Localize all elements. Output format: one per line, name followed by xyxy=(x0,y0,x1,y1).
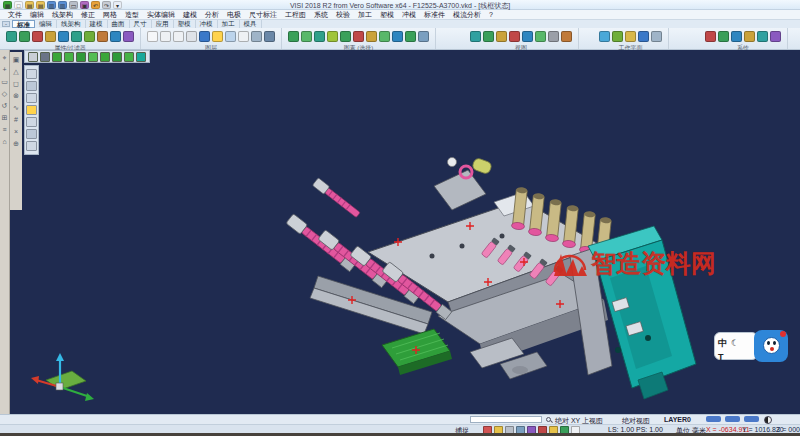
curve-tool-icon[interactable]: ∿ xyxy=(12,103,21,112)
view-previous-icon[interactable] xyxy=(548,31,559,42)
window-select-icon[interactable] xyxy=(28,52,38,62)
right-view-icon[interactable] xyxy=(88,52,98,62)
menu-item[interactable]: 工程图 xyxy=(281,10,310,20)
layer-list-icon[interactable] xyxy=(160,31,171,42)
select-face-icon[interactable] xyxy=(327,31,338,42)
toolbar-tab[interactable]: 应用 xyxy=(152,20,174,28)
shade-mode-icon[interactable] xyxy=(40,52,50,62)
add-tool-icon[interactable]: ⊕ xyxy=(12,139,21,148)
toolbar-tab[interactable]: 建模 xyxy=(86,20,108,28)
doc-surface-icon[interactable] xyxy=(26,81,37,91)
select-chain-icon[interactable] xyxy=(314,31,325,42)
layer-move-icon[interactable] xyxy=(225,31,236,42)
menu-item[interactable]: 标准件 xyxy=(420,10,449,20)
pointer-tool-icon[interactable]: ⌖ xyxy=(0,53,9,62)
select-layer-icon[interactable] xyxy=(379,31,390,42)
menu-item[interactable]: 塑模 xyxy=(376,10,398,20)
toolbar-tab[interactable]: 尺寸 xyxy=(130,20,152,28)
bottom-view-icon[interactable] xyxy=(124,52,134,62)
select-filter-icon[interactable] xyxy=(418,31,429,42)
grid-tool-icon[interactable]: ⊞ xyxy=(0,113,9,122)
menu-item[interactable]: 线架构 xyxy=(48,10,77,20)
menu-item[interactable]: ? xyxy=(485,11,497,18)
tabstrip-minimize-button[interactable]: - xyxy=(2,21,10,27)
view-redraw-icon[interactable] xyxy=(509,31,520,42)
box-tool-icon[interactable]: ◻ xyxy=(12,79,21,88)
attribute-color-icon[interactable] xyxy=(6,31,17,42)
menu-item[interactable]: 造型 xyxy=(121,10,143,20)
doc-solid-icon[interactable] xyxy=(26,93,37,103)
toolbar-tab[interactable]: 编辑 xyxy=(35,20,57,28)
doc-render-icon[interactable] xyxy=(26,141,37,151)
view-fill-icon[interactable] xyxy=(561,31,572,42)
hatch-tool-icon[interactable]: # xyxy=(12,115,21,124)
toolbar-tab[interactable]: 加工 xyxy=(218,20,240,28)
toolbar-tab[interactable]: 线架构 xyxy=(57,20,86,28)
doc-hidden-icon[interactable] xyxy=(26,117,37,127)
command-input[interactable] xyxy=(470,416,542,423)
triangle-tool-icon[interactable]: △ xyxy=(12,67,21,76)
system-database-icon[interactable] xyxy=(731,31,742,42)
view-shaded-icon[interactable] xyxy=(470,31,481,42)
workplane-list-icon[interactable] xyxy=(651,31,662,42)
menu-item[interactable]: 实体编辑 xyxy=(143,10,179,20)
filter-all-icon[interactable] xyxy=(123,31,134,42)
select-color-icon[interactable] xyxy=(366,31,377,42)
filter-surface-icon[interactable] xyxy=(84,31,95,42)
layer-freeze-icon[interactable] xyxy=(251,31,262,42)
workplane-new-icon[interactable] xyxy=(599,31,610,42)
layer-manager-icon[interactable] xyxy=(264,31,275,42)
filter-layer-icon[interactable] xyxy=(45,31,56,42)
ime-fullhalf-icon[interactable]: ☾ xyxy=(731,338,739,348)
rotate-tool-icon[interactable]: ↺ xyxy=(0,101,9,110)
doc-section-icon[interactable] xyxy=(26,129,37,139)
view-zoom-icon[interactable] xyxy=(496,31,507,42)
menu-item[interactable]: 电极 xyxy=(223,10,245,20)
menu-item[interactable]: 冲模 xyxy=(398,10,420,20)
workplane-face-icon[interactable] xyxy=(612,31,623,42)
menu-item[interactable]: 修正 xyxy=(77,10,99,20)
select-all-icon[interactable] xyxy=(288,31,299,42)
layer-new-icon[interactable] xyxy=(147,31,158,42)
system-settings-icon[interactable] xyxy=(705,31,716,42)
menu-item[interactable]: 文件 xyxy=(4,10,26,20)
ime-mode-indicator[interactable]: 中 xyxy=(718,338,727,348)
ime-toolbar[interactable]: 中☾ T xyxy=(714,330,788,364)
select-box-icon[interactable] xyxy=(301,31,312,42)
menu-item[interactable]: 校验 xyxy=(332,10,354,20)
rect-tool-icon[interactable]: ▭ xyxy=(0,77,9,86)
home-tool-icon[interactable]: ⌂ xyxy=(0,137,9,146)
deselect-icon[interactable] xyxy=(353,31,364,42)
system-macro-icon[interactable] xyxy=(770,31,781,42)
toolbar-tab[interactable]: 冲模 xyxy=(196,20,218,28)
menu-item[interactable]: 编辑 xyxy=(26,10,48,20)
list-tool-icon[interactable]: ≡ xyxy=(0,125,9,134)
menu-item[interactable]: 加工 xyxy=(354,10,376,20)
view-rotate-icon[interactable] xyxy=(535,31,546,42)
workplane-rotate-icon[interactable] xyxy=(625,31,636,42)
left-view-icon[interactable] xyxy=(112,52,122,62)
select-invert-icon[interactable] xyxy=(405,31,416,42)
menu-item[interactable]: 分析 xyxy=(201,10,223,20)
view-wireframe-icon[interactable] xyxy=(483,31,494,42)
select-type-icon[interactable] xyxy=(392,31,403,42)
toolbar-tab[interactable]: 标准 xyxy=(12,20,35,28)
layer-blue-icon[interactable] xyxy=(199,31,210,42)
view-pan-icon[interactable] xyxy=(522,31,533,42)
menu-item[interactable]: 系统 xyxy=(310,10,332,20)
doc-wireframe-icon[interactable] xyxy=(26,69,37,79)
menu-item[interactable]: 网格 xyxy=(99,10,121,20)
attribute-line-icon[interactable] xyxy=(19,31,30,42)
layer-current-icon[interactable] xyxy=(212,31,223,42)
front-view-icon[interactable] xyxy=(76,52,86,62)
layer-copy-icon[interactable] xyxy=(238,31,249,42)
toolbar-tab[interactable]: 模具 xyxy=(240,20,262,28)
layer-off-icon[interactable] xyxy=(173,31,184,42)
active-layer-label[interactable]: LAYER0 xyxy=(664,416,691,423)
workplane-reset-icon[interactable] xyxy=(638,31,649,42)
contrast-toggle-icon[interactable] xyxy=(764,416,772,424)
layer-isolate-icon[interactable] xyxy=(186,31,197,42)
diamond-tool-icon[interactable]: ◇ xyxy=(0,89,9,98)
trim-tool-icon[interactable]: + xyxy=(0,65,9,74)
menu-item[interactable]: 尺寸标注 xyxy=(245,10,281,20)
